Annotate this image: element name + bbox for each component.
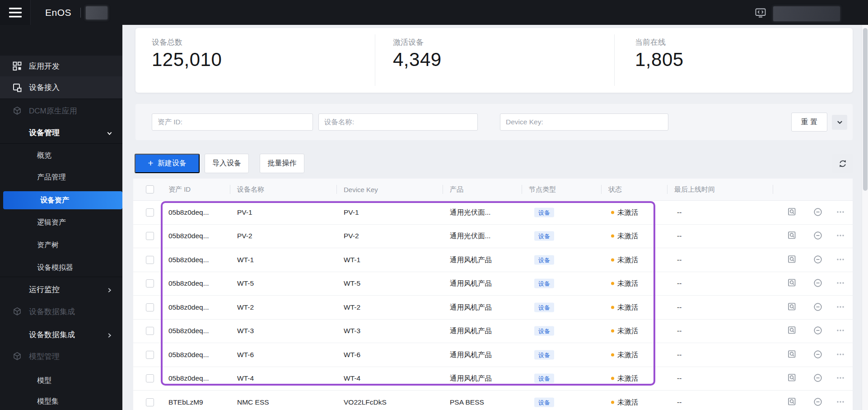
view-detail-icon[interactable] (788, 278, 798, 288)
disable-icon[interactable] (813, 326, 823, 336)
status-dot (611, 401, 614, 404)
topbar: EnOS (0, 0, 868, 25)
view-detail-icon[interactable] (788, 373, 798, 383)
reset-button[interactable]: 重 置 (791, 113, 827, 132)
sidebar-item-15[interactable]: 模型集 (0, 392, 122, 410)
row-checkbox[interactable] (146, 208, 154, 217)
row-checkbox[interactable] (146, 327, 154, 335)
sidebar-divider (0, 277, 122, 277)
filter-panel: 重 置 (135, 104, 853, 140)
more-actions-icon[interactable] (836, 278, 846, 288)
cell-device-key: WT-4 (344, 374, 360, 382)
node-type-badge: 设备 (534, 279, 554, 288)
scrollbar-thumb[interactable] (863, 28, 868, 191)
cell-device-key: WT-3 (344, 327, 360, 335)
sidebar-item-1[interactable]: 设备接入 (0, 76, 122, 99)
sidebar-item-6[interactable]: 设备资产 (3, 191, 122, 209)
view-detail-icon[interactable] (788, 207, 798, 217)
cell-product: 通用风机产品 (450, 350, 492, 359)
sidebar-item-10[interactable]: 运行监控 (0, 280, 122, 298)
create-device-button[interactable]: + 新建设备 (135, 154, 200, 173)
row-checkbox[interactable] (146, 351, 154, 359)
view-detail-icon[interactable] (788, 326, 798, 336)
more-actions-icon[interactable] (836, 302, 846, 312)
more-actions-icon[interactable] (836, 373, 846, 383)
row-checkbox[interactable] (146, 303, 154, 311)
more-actions-icon[interactable] (836, 397, 846, 407)
cell-device-key: PV-2 (344, 232, 359, 240)
view-detail-icon[interactable] (788, 350, 798, 360)
row-checkbox[interactable] (146, 374, 154, 382)
sidebar-item-label: 设备资产 (40, 196, 69, 205)
masked-user-menu[interactable] (773, 6, 840, 21)
row-checkbox[interactable] (146, 232, 154, 240)
cell-asset-id: 05b8z0deq... (168, 374, 209, 382)
cell-asset-id: 05b8z0deq... (168, 256, 209, 264)
sidebar-item-4[interactable]: 概览 (0, 146, 122, 165)
view-detail-icon[interactable] (788, 302, 798, 312)
device-name-input[interactable] (318, 113, 478, 131)
row-checkbox[interactable] (146, 256, 154, 264)
chevron-down-icon (836, 119, 843, 126)
sidebar-item-14[interactable]: 模型 (0, 372, 122, 390)
sidebar-item-5[interactable]: 产品管理 (0, 168, 122, 186)
cell-last-online: -- (677, 303, 681, 311)
row-checkbox[interactable] (146, 279, 154, 287)
sidebar-item-13: 模型管理 (0, 347, 122, 365)
refresh-button[interactable] (832, 154, 853, 173)
cell-status: 未激活 (617, 231, 639, 241)
cell-product: 通用风机产品 (450, 326, 492, 336)
import-device-button[interactable]: 导入设备 (205, 154, 249, 173)
row-checkbox[interactable] (146, 398, 154, 406)
sidebar-item-3[interactable]: 设备管理 (0, 123, 122, 141)
view-detail-icon[interactable] (788, 397, 798, 407)
more-actions-icon[interactable] (836, 231, 846, 241)
dev-console-icon[interactable] (755, 8, 766, 18)
sidebar-item-12[interactable]: 设备数据集成 (0, 325, 122, 344)
more-actions-icon[interactable] (836, 350, 846, 360)
sidebar-item-7[interactable]: 逻辑资产 (0, 213, 122, 231)
more-actions-icon[interactable] (836, 207, 846, 217)
view-detail-icon[interactable] (788, 255, 798, 265)
disable-icon[interactable] (813, 255, 823, 265)
select-all-checkbox[interactable] (146, 185, 154, 193)
hamburger-menu-button[interactable] (0, 0, 31, 25)
brand-divider (80, 8, 81, 18)
sidebar-item-9[interactable]: 设备模拟器 (0, 259, 122, 277)
cell-device-name: PV-2 (237, 232, 252, 240)
disable-icon[interactable] (813, 397, 823, 407)
more-actions-icon[interactable] (836, 326, 846, 336)
device-key-input[interactable] (500, 113, 668, 131)
disable-icon[interactable] (813, 373, 823, 383)
sidebar-item-8[interactable]: 资产树 (0, 236, 122, 254)
status-dot (611, 330, 614, 333)
table-row: 05b8z0deq...WT-4WT-4通用风机产品设备未激活-- (133, 367, 853, 391)
column-divider (443, 185, 443, 194)
stat-value: 4,349 (393, 49, 442, 71)
header-asset-id: 资产 ID (168, 185, 191, 194)
sidebar-item-label: 模型管理 (29, 351, 60, 362)
cell-asset-id: 05b8z0deq... (168, 279, 209, 287)
table-header: 资产 ID 设备名称 Device Key 产品 节点类型 状态 最后上线时间 (133, 179, 853, 201)
disable-icon[interactable] (813, 231, 823, 241)
sidebar-item-label: 设备模拟器 (37, 263, 73, 273)
cell-asset-id: 05b8z0deq... (168, 351, 209, 359)
node-type-badge: 设备 (534, 397, 554, 407)
disable-icon[interactable] (813, 302, 823, 312)
view-detail-icon[interactable] (788, 231, 798, 241)
cell-last-online: -- (677, 351, 681, 359)
node-type-badge: 设备 (534, 350, 554, 359)
cell-device-key: WT-6 (344, 351, 360, 359)
stat-label: 当前在线 (635, 37, 666, 47)
disable-icon[interactable] (813, 350, 823, 360)
batch-actions-button[interactable]: 批量操作 (260, 154, 304, 173)
cell-product: 通用光伏面... (450, 207, 490, 217)
table-body: 05b8z0deq...PV-1PV-1通用光伏面...设备未激活--05b8z… (133, 201, 853, 410)
sidebar-item-0[interactable]: 应用开发 (0, 56, 122, 77)
more-actions-icon[interactable] (836, 255, 846, 265)
expand-filters-button[interactable] (832, 115, 847, 130)
asset-id-input[interactable] (152, 113, 313, 131)
disable-icon[interactable] (813, 278, 823, 288)
device-access-icon (13, 83, 22, 92)
disable-icon[interactable] (813, 207, 823, 217)
